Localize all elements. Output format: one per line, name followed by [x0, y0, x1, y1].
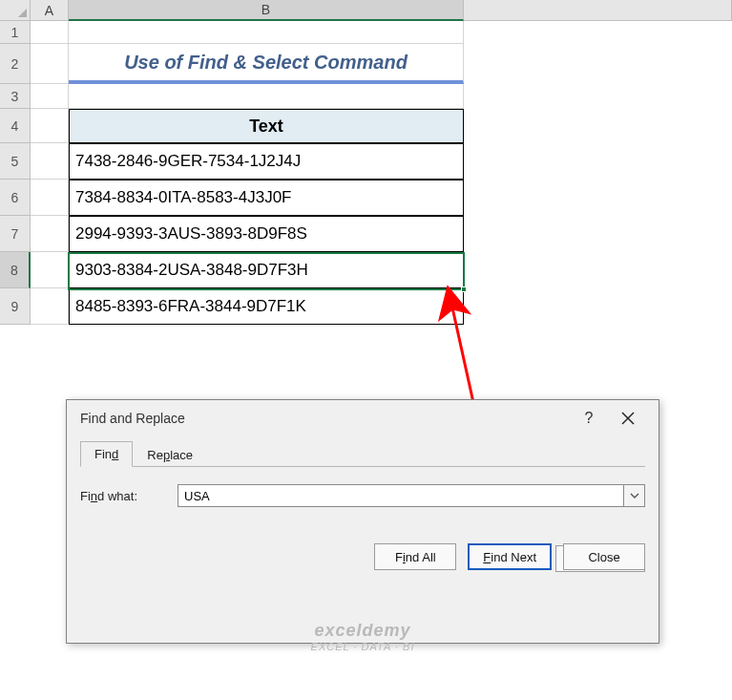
table-row-2[interactable]: 2994-9393-3AUS-3893-8D9F8S — [69, 216, 464, 252]
tab-replace[interactable]: Replace — [133, 442, 207, 467]
cell-A1[interactable] — [31, 21, 69, 44]
tab-strip: Find Replace — [80, 440, 645, 467]
row-header-2[interactable]: 2 — [0, 44, 31, 84]
find-replace-dialog: Find and Replace ? Find Replace Find wha… — [66, 399, 659, 644]
row-header-9[interactable]: 9 — [0, 288, 31, 325]
find-all-button[interactable]: Find All — [374, 543, 456, 570]
watermark: exceldemy EXCEL · DATA · BI — [267, 621, 458, 652]
find-combobox — [178, 484, 645, 507]
dialog-title: Find and Replace — [80, 411, 571, 426]
watermark-tagline: EXCEL · DATA · BI — [267, 641, 458, 652]
watermark-brand: exceldemy — [267, 621, 458, 641]
col-header-B[interactable]: B — [69, 0, 464, 21]
cell-A4[interactable] — [31, 109, 69, 143]
select-all-corner[interactable] — [0, 0, 31, 21]
col-header-A[interactable]: A — [31, 0, 69, 21]
close-icon[interactable] — [607, 400, 649, 436]
cell-A2[interactable] — [31, 44, 69, 84]
help-button[interactable]: ? — [571, 400, 607, 436]
row-header-4[interactable]: 4 — [0, 109, 31, 143]
cell-A9[interactable] — [31, 288, 69, 325]
row-header-5[interactable]: 5 — [0, 143, 31, 180]
table-row-1[interactable]: 7384-8834-0ITA-8583-4J3J0F — [69, 180, 464, 216]
row-header-6[interactable]: 6 — [0, 180, 31, 216]
row-header-8[interactable]: 8 — [0, 252, 31, 288]
cell-B3[interactable] — [69, 84, 464, 109]
find-dropdown-button[interactable] — [624, 484, 645, 507]
cell-A8[interactable] — [31, 252, 69, 288]
row-header-7[interactable]: 7 — [0, 216, 31, 252]
find-input[interactable] — [178, 484, 624, 507]
page-title[interactable]: Use of Find & Select Command — [69, 44, 464, 84]
col-header-blank — [464, 0, 732, 21]
find-what-label: Find what: — [80, 489, 166, 503]
cell-A5[interactable] — [31, 143, 69, 180]
chevron-down-icon — [630, 491, 639, 500]
cell-A6[interactable] — [31, 180, 69, 216]
row-header-1[interactable]: 1 — [0, 21, 31, 44]
tab-find[interactable]: Find — [80, 441, 133, 467]
fill-handle[interactable] — [461, 286, 467, 292]
row-header-3[interactable]: 3 — [0, 84, 31, 109]
table-row-3[interactable]: 9303-8384-2USA-3848-9D7F3H — [69, 252, 464, 288]
table-row-0[interactable]: 7438-2846-9GER-7534-1J2J4J — [69, 143, 464, 180]
close-button[interactable]: Close — [563, 543, 645, 570]
table-header[interactable]: Text — [69, 109, 464, 143]
table-row-4[interactable]: 8485-8393-6FRA-3844-9D7F1K — [69, 288, 464, 325]
spreadsheet: A B 1 2 Use of Find & Select Command 3 4… — [0, 0, 732, 325]
find-next-button[interactable]: Find Next — [468, 543, 552, 570]
cell-B1[interactable] — [69, 21, 464, 44]
cell-A7[interactable] — [31, 216, 69, 252]
dialog-titlebar[interactable]: Find and Replace ? — [67, 400, 659, 436]
cell-A3[interactable] — [31, 84, 69, 109]
